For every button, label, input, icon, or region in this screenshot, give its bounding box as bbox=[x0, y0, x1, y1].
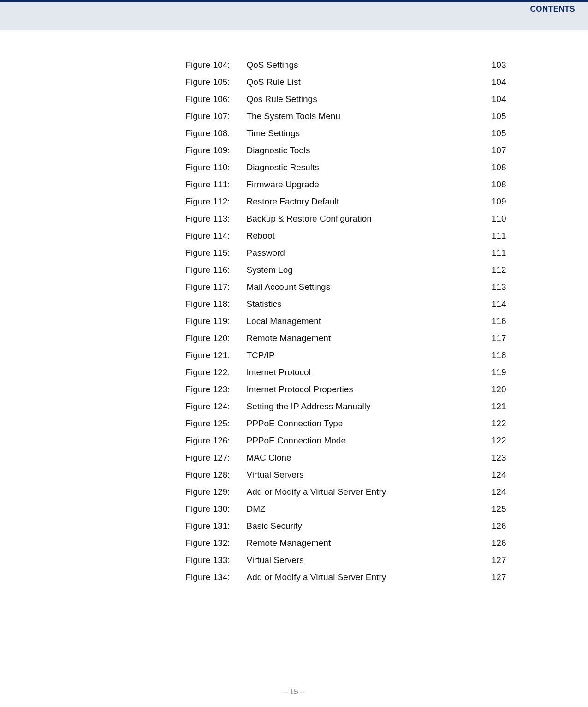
page-header-band: CONTENTS bbox=[0, 0, 588, 30]
figure-label: Figure 126: bbox=[186, 436, 247, 445]
figure-title: The System Tools Menu bbox=[247, 112, 479, 120]
figure-label: Figure 105: bbox=[186, 78, 247, 86]
toc-entry[interactable]: Figure 106:Qos Rule Settings104 bbox=[186, 90, 506, 108]
figure-page-number: 124 bbox=[479, 487, 506, 496]
figure-page-number: 127 bbox=[479, 556, 506, 564]
figure-label: Figure 121: bbox=[186, 351, 247, 359]
toc-entry[interactable]: Figure 107:The System Tools Menu105 bbox=[186, 108, 506, 125]
figure-label: Figure 120: bbox=[186, 334, 247, 342]
figure-label: Figure 129: bbox=[186, 487, 247, 496]
figure-title: Reboot bbox=[247, 231, 479, 240]
toc-entry[interactable]: Figure 134:Add or Modify a Virtual Serve… bbox=[186, 569, 506, 586]
figure-title: QoS Settings bbox=[247, 60, 479, 69]
toc-entry[interactable]: Figure 118:Statistics114 bbox=[186, 295, 506, 312]
figure-label: Figure 111: bbox=[186, 180, 247, 189]
figure-page-number: 126 bbox=[479, 539, 506, 547]
toc-entry[interactable]: Figure 124:Setting the IP Address Manual… bbox=[186, 398, 506, 415]
toc-entry[interactable]: Figure 128:Virtual Servers124 bbox=[186, 466, 506, 483]
toc-entry[interactable]: Figure 122:Internet Protocol119 bbox=[186, 364, 506, 381]
figure-page-number: 123 bbox=[479, 453, 506, 462]
toc-entry[interactable]: Figure 112:Restore Factory Default109 bbox=[186, 193, 506, 210]
figure-title: Add or Modify a Virtual Server Entry bbox=[247, 487, 479, 496]
figure-title: Local Management bbox=[247, 317, 479, 325]
figure-page-number: 121 bbox=[479, 402, 506, 411]
toc-entry[interactable]: Figure 104:QoS Settings103 bbox=[186, 56, 506, 73]
toc-entry[interactable]: Figure 109:Diagnostic Tools107 bbox=[186, 142, 506, 159]
figure-title: QoS Rule List bbox=[247, 78, 479, 86]
figure-page-number: 114 bbox=[479, 300, 506, 308]
toc-entry[interactable]: Figure 108:Time Settings105 bbox=[186, 125, 506, 142]
figure-title: Setting the IP Address Manually bbox=[247, 402, 479, 411]
toc-entry[interactable]: Figure 111:Firmware Upgrade108 bbox=[186, 176, 506, 193]
figure-page-number: 126 bbox=[479, 521, 506, 530]
footer-dash-left: – bbox=[284, 688, 288, 695]
figure-label: Figure 128: bbox=[186, 470, 247, 479]
toc-entry[interactable]: Figure 119:Local Management116 bbox=[186, 312, 506, 330]
toc-entry[interactable]: Figure 131:Basic Security126 bbox=[186, 517, 506, 534]
footer-page-number: 15 bbox=[290, 688, 298, 695]
figure-title: Restore Factory Default bbox=[247, 197, 479, 206]
figure-label: Figure 107: bbox=[186, 112, 247, 120]
toc-entry[interactable]: Figure 113:Backup & Restore Configuratio… bbox=[186, 210, 506, 227]
figure-label: Figure 109: bbox=[186, 146, 247, 155]
figure-label: Figure 119: bbox=[186, 317, 247, 325]
figure-label: Figure 127: bbox=[186, 453, 247, 462]
figure-page-number: 122 bbox=[479, 436, 506, 445]
figure-title: Time Settings bbox=[247, 129, 479, 138]
figure-title: Diagnostic Tools bbox=[247, 146, 479, 155]
figure-label: Figure 122: bbox=[186, 368, 247, 377]
figure-label: Figure 123: bbox=[186, 385, 247, 394]
toc-entry[interactable]: Figure 105:QoS Rule List104 bbox=[186, 73, 506, 90]
figure-label: Figure 113: bbox=[186, 214, 247, 223]
figure-page-number: 125 bbox=[479, 504, 506, 513]
figure-title: MAC Clone bbox=[247, 453, 479, 462]
figure-page-number: 118 bbox=[479, 351, 506, 359]
figure-page-number: 105 bbox=[479, 129, 506, 138]
toc-entry[interactable]: Figure 120:Remote Management117 bbox=[186, 330, 506, 347]
figure-title: Add or Modify a Virtual Server Entry bbox=[247, 573, 479, 581]
toc-entry[interactable]: Figure 117:Mail Account Settings113 bbox=[186, 278, 506, 295]
toc-entry[interactable]: Figure 115:Password111 bbox=[186, 244, 506, 261]
toc-entry[interactable]: Figure 125:PPPoE Connection Type122 bbox=[186, 415, 506, 432]
figure-page-number: 108 bbox=[479, 180, 506, 189]
toc-entry[interactable]: Figure 132:Remote Management126 bbox=[186, 534, 506, 551]
figure-title: Firmware Upgrade bbox=[247, 180, 479, 189]
figure-title: Diagnostic Results bbox=[247, 163, 479, 172]
figure-title: Password bbox=[247, 248, 479, 257]
figure-page-number: 104 bbox=[479, 78, 506, 86]
toc-entry[interactable]: Figure 126:PPPoE Connection Mode122 bbox=[186, 432, 506, 449]
figure-title: Basic Security bbox=[247, 521, 479, 530]
figure-label: Figure 112: bbox=[186, 197, 247, 206]
toc-entry[interactable]: Figure 133:Virtual Servers127 bbox=[186, 551, 506, 569]
list-of-figures: Figure 104:QoS Settings103Figure 105:QoS… bbox=[82, 56, 506, 586]
figure-label: Figure 134: bbox=[186, 573, 247, 581]
page-content: Figure 104:QoS Settings103Figure 105:QoS… bbox=[0, 30, 588, 586]
figure-label: Figure 115: bbox=[186, 248, 247, 257]
figure-title: DMZ bbox=[247, 504, 479, 513]
figure-title: System Log bbox=[247, 265, 479, 274]
figure-page-number: 120 bbox=[479, 385, 506, 394]
figure-label: Figure 131: bbox=[186, 521, 247, 530]
toc-entry[interactable]: Figure 123:Internet Protocol Properties1… bbox=[186, 381, 506, 398]
document-page: CONTENTS Figure 104:QoS Settings103Figur… bbox=[0, 0, 588, 707]
toc-entry[interactable]: Figure 130:DMZ125 bbox=[186, 500, 506, 517]
figure-page-number: 110 bbox=[479, 214, 506, 223]
toc-entry[interactable]: Figure 127:MAC Clone123 bbox=[186, 449, 506, 466]
figure-page-number: 103 bbox=[479, 60, 506, 69]
figure-page-number: 109 bbox=[479, 197, 506, 206]
toc-entry[interactable]: Figure 114:Reboot111 bbox=[186, 227, 506, 244]
figure-title: Mail Account Settings bbox=[247, 282, 479, 291]
toc-entry[interactable]: Figure 129:Add or Modify a Virtual Serve… bbox=[186, 483, 506, 500]
figure-label: Figure 116: bbox=[186, 265, 247, 274]
toc-entry[interactable]: Figure 121:TCP/IP118 bbox=[186, 347, 506, 364]
figure-page-number: 113 bbox=[479, 282, 506, 291]
figure-label: Figure 124: bbox=[186, 402, 247, 411]
figure-page-number: 122 bbox=[479, 419, 506, 428]
figure-label: Figure 133: bbox=[186, 556, 247, 564]
figure-label: Figure 117: bbox=[186, 282, 247, 291]
toc-entry[interactable]: Figure 116:System Log112 bbox=[186, 261, 506, 278]
figure-title: Internet Protocol bbox=[247, 368, 479, 377]
figure-label: Figure 106: bbox=[186, 95, 247, 103]
figure-title: Virtual Servers bbox=[247, 556, 479, 564]
toc-entry[interactable]: Figure 110:Diagnostic Results108 bbox=[186, 159, 506, 176]
